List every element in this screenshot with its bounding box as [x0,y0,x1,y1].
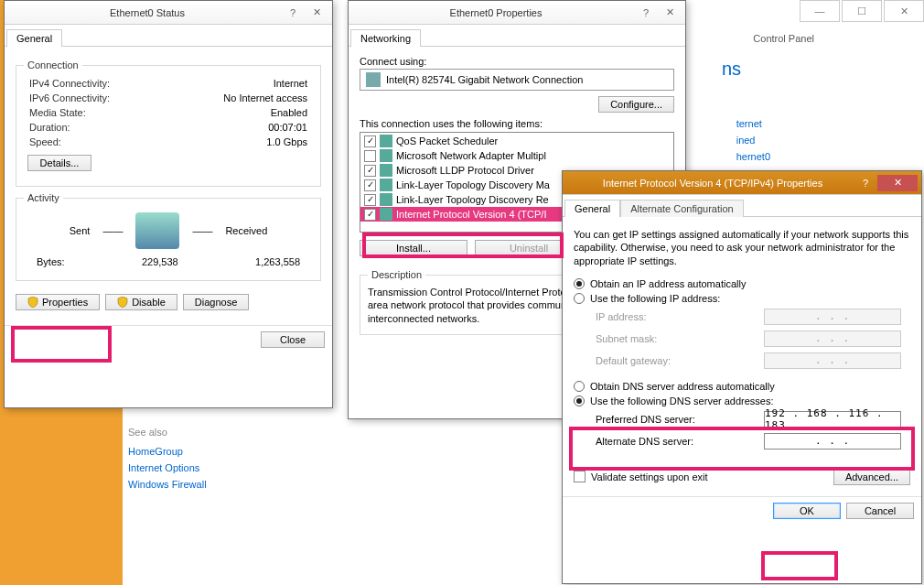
status-help-icon[interactable]: ? [281,5,305,21]
bg-link-3[interactable]: hernet0 [736,148,770,165]
ipv4-blurb: You can get IP settings assigned automat… [574,224,910,276]
status-title: Ethernet0 Status [14,7,281,18]
see-also-firewall[interactable]: Windows Firewall [128,476,329,493]
list-item-label: Link-Layer Topology Discovery Ma [396,179,550,190]
bytes-sent: 229,538 [65,256,255,267]
protocol-icon [380,135,392,147]
cancel-button[interactable]: Cancel [846,503,914,519]
status-tab-general[interactable]: General [6,29,62,47]
props-help-icon[interactable]: ? [634,5,658,21]
list-item-label: Microsoft LLDP Protocol Driver [396,165,534,176]
ip-addr-input: . . . [764,309,901,325]
dns-auto-label: Obtain DNS server address automatically [590,381,775,392]
maximize-bg[interactable]: ☐ [842,0,882,22]
ipv4-help-icon[interactable]: ? [854,175,877,191]
status-window: Ethernet0 Status ? ✕ General Connection … [4,0,333,408]
see-also-homegroup[interactable]: HomeGroup [128,443,329,460]
props-title: Ethernet0 Properties [358,7,634,18]
connection-group: Connection IPv4 Connectivity:Internet IP… [16,60,321,187]
dns-auto-radio[interactable] [574,381,585,392]
see-also: See also HomeGroup Internet Options Wind… [128,427,329,493]
ipv6-value: No Internet access [223,92,307,103]
network-icon [135,212,179,249]
details-button[interactable]: Details... [27,155,91,171]
install-button[interactable]: Install... [360,240,467,256]
list-item-label: QoS Packet Scheduler [396,135,498,146]
window-controls-bg: — ☐ ✕ [798,0,924,27]
dns-manual-radio[interactable] [574,395,585,406]
duration-label: Duration: [29,122,70,133]
alt-dns-input[interactable]: . . . [764,433,901,450]
diagnose-button[interactable]: Diagnose [183,294,249,310]
ip-manual-radio[interactable] [574,293,585,304]
props-close-icon[interactable]: ✕ [658,5,682,21]
ipv4-close-icon[interactable]: ✕ [877,175,918,191]
ipv4-tab-alt[interactable]: Alternate Configuration [620,200,744,217]
bg-link-2[interactable]: ined [736,132,770,148]
checkbox-icon[interactable] [364,194,376,206]
control-panel-crumb[interactable]: Control Panel [753,33,814,44]
gateway-input: . . . [764,352,901,369]
list-item-label: Microsoft Network Adapter Multipl [396,150,546,161]
list-item-label: Internet Protocol Version 4 (TCP/I [396,209,546,220]
close-bg[interactable]: ✕ [884,0,924,22]
close-button[interactable]: Close [261,331,325,348]
minimize-bg[interactable]: — [800,0,840,22]
dns-manual-label: Use the following DNS server addresses: [590,395,774,406]
list-item-label: Link-Layer Topology Discovery Re [396,194,549,205]
properties-label: Properties [42,297,88,308]
ip-auto-label: Obtain an IP address automatically [590,278,746,289]
activity-group: Activity Sent —— —— Received Bytes: 229,… [16,192,321,281]
sent-label: Sent [70,225,91,236]
checkbox-icon[interactable] [364,150,376,162]
checkbox-icon[interactable] [364,179,376,191]
bg-link-1[interactable]: ternet [736,115,770,132]
list-item[interactable]: QoS Packet Scheduler [360,134,673,148]
speed-value: 1.0 Gbps [266,136,307,147]
ip-auto-radio[interactable] [574,278,585,289]
protocol-icon [380,208,392,221]
subnet-input: . . . [764,330,901,347]
checkbox-icon[interactable] [364,209,376,221]
protocol-icon [380,193,392,206]
speed-label: Speed: [29,136,61,147]
protocol-icon [380,179,392,191]
see-also-header: See also [128,427,329,443]
advanced-button[interactable]: Advanced... [833,469,910,485]
ip-manual-label: Use the following IP address: [590,293,720,304]
connect-using-label: Connect using: [360,54,674,69]
media-label: Media State: [29,107,86,118]
ipv4-tab-general[interactable]: General [564,200,620,217]
nic-icon [366,72,381,87]
ipv4-label: IPv4 Connectivity: [29,78,110,89]
subnet-label: Subnet mask: [596,333,657,344]
checkbox-icon[interactable] [364,135,376,147]
desc-legend: Description [368,269,425,280]
status-close-icon[interactable]: ✕ [305,5,328,21]
ok-button[interactable]: OK [773,503,841,519]
see-also-internet-options[interactable]: Internet Options [128,460,329,476]
received-label: Received [225,225,267,236]
ipv4-title: Internet Protocol Version 4 (TCP/IPv4) P… [572,178,854,189]
configure-button[interactable]: Configure... [598,96,674,113]
connection-legend: Connection [24,60,82,70]
bytes-label: Bytes: [37,256,65,267]
ip-addr-label: IP address: [596,311,646,322]
items-label: This connection uses the following items… [360,118,674,132]
activity-legend: Activity [24,192,63,203]
list-item[interactable]: Microsoft Network Adapter Multipl [360,148,673,163]
tab-networking[interactable]: Networking [350,29,421,47]
validate-label: Validate settings upon exit [591,471,708,482]
activity-divider: —— [102,225,123,236]
duration-value: 00:07:01 [268,122,307,133]
adapter-field[interactable]: Intel(R) 82574L Gigabit Network Connecti… [360,69,674,91]
alt-dns-label: Alternate DNS server: [596,436,693,447]
checkbox-icon[interactable] [364,165,376,177]
validate-checkbox[interactable] [574,471,586,482]
pref-dns-input[interactable]: 192 . 168 . 116 . 183 [764,411,901,428]
shield-icon [27,297,38,308]
disable-label: Disable [132,297,166,308]
bytes-recv: 1,263,558 [255,256,300,267]
properties-button[interactable]: Properties [16,294,100,310]
disable-button[interactable]: Disable [105,294,177,310]
